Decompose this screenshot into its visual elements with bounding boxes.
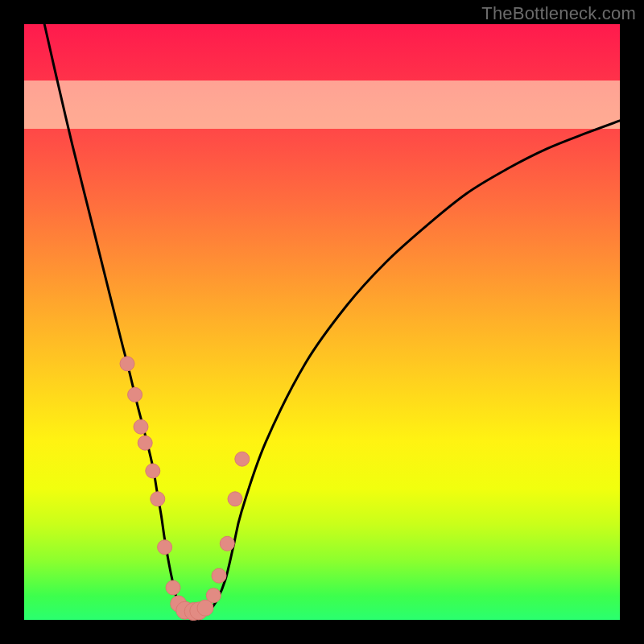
marker-dot: [151, 492, 165, 506]
marker-dot: [128, 387, 142, 402]
marker-dot: [146, 464, 160, 478]
marker-group: [120, 357, 250, 621]
watermark-text: TheBottleneck.com: [481, 3, 636, 24]
marker-dot: [138, 436, 152, 450]
marker-dot: [120, 357, 134, 371]
chart-svg: [24, 24, 620, 620]
marker-dot: [206, 588, 221, 603]
marker-dot: [235, 452, 250, 466]
chart-frame: TheBottleneck.com: [0, 0, 644, 644]
marker-dot: [166, 580, 180, 595]
marker-dot: [134, 419, 148, 434]
bottleneck-curve: [44, 24, 620, 613]
marker-dot: [228, 492, 242, 506]
plot-area: [24, 24, 620, 620]
marker-dot: [220, 536, 234, 551]
marker-dot: [212, 568, 226, 583]
marker-dot: [158, 540, 172, 555]
